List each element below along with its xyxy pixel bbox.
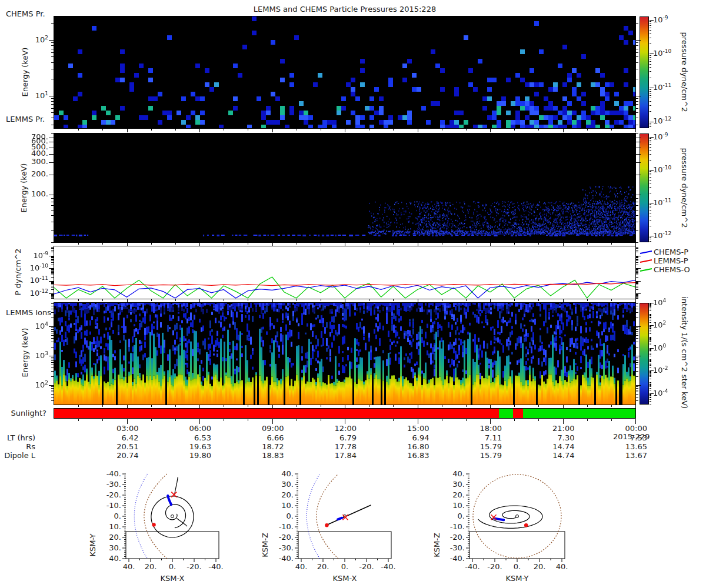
x-tick — [224, 419, 224, 421]
x-tick — [418, 243, 418, 246]
x-tick — [345, 299, 345, 303]
x-tick — [248, 129, 248, 131]
y-tick — [636, 329, 638, 330]
x-tick — [102, 419, 103, 421]
x-tick — [127, 243, 128, 246]
x-tick — [272, 299, 273, 303]
colorbar-tick — [650, 138, 651, 139]
colorbar-tick — [650, 126, 651, 127]
x-tick — [321, 299, 321, 301]
y-tick — [49, 293, 54, 294]
x-tick — [175, 243, 176, 245]
y-tick — [636, 259, 638, 260]
y-tick — [636, 45, 638, 46]
colorbar-tick — [650, 142, 651, 142]
time-tick-label: 09:00 — [249, 424, 284, 433]
y-tick — [636, 303, 638, 304]
y-tick — [636, 338, 638, 339]
x-tick — [321, 419, 321, 421]
colorbar-tick-label: 10-9 — [653, 15, 668, 24]
y-tick — [636, 40, 641, 41]
colorbar-tick — [650, 44, 651, 44]
orbit-curve-orbit-spiral — [166, 505, 186, 528]
legend-swatch-green — [640, 266, 654, 273]
y-tick — [636, 101, 638, 102]
y-tick — [51, 347, 54, 348]
orbit-x-tick-label: -20. — [187, 562, 201, 571]
y-tick — [636, 256, 641, 256]
orbit-x-tick-label: 20. — [145, 562, 157, 571]
x-tick — [635, 299, 636, 303]
pressure-colorbar-1 — [640, 16, 649, 128]
colorbar-tick — [650, 89, 651, 90]
x-tick — [369, 405, 369, 407]
y-tick — [636, 283, 638, 283]
start-position-dot-marker — [152, 523, 155, 526]
colorbar-tick — [650, 177, 651, 178]
ephemeris-value: 6.79 — [321, 433, 357, 442]
orbit-frame — [126, 532, 219, 559]
x-tick — [297, 299, 297, 301]
y-tick — [636, 202, 638, 202]
orbit-curve-orbit-exit — [176, 519, 187, 527]
y-tick-label: 101 — [18, 91, 48, 100]
colorbar-tick — [650, 388, 651, 389]
y-tick — [636, 133, 638, 134]
legend-item-chems-o: CHEMS-O — [640, 265, 690, 274]
sunlight-segment — [513, 409, 524, 418]
x-tick — [418, 419, 418, 424]
orbit-y-tick-label: 20. — [452, 490, 465, 499]
y-tick — [51, 112, 54, 113]
x-tick — [563, 405, 564, 409]
x-tick — [538, 405, 539, 407]
x-tick — [442, 243, 442, 245]
x-tick — [490, 405, 491, 409]
colorbar-tick — [650, 395, 651, 395]
colorbar-tick-label: 10-9 — [653, 132, 668, 141]
y-tick-label: 300. — [18, 157, 48, 166]
y-tick — [636, 269, 638, 269]
colorbar-tick — [650, 363, 651, 363]
x-tick — [635, 419, 636, 424]
colorbar-tick — [650, 317, 651, 318]
colorbar-tick — [650, 372, 651, 372]
colorbar-tick — [650, 306, 651, 307]
x-tick — [490, 129, 491, 132]
y-tick — [51, 285, 54, 285]
y-tick — [636, 52, 638, 53]
row-label-lt: LT (hrs) — [0, 433, 35, 442]
colorbar-tick-label: 104 — [653, 298, 666, 307]
orbit-y-tick-label: 30. — [452, 480, 465, 489]
colorbar-tick — [650, 405, 651, 405]
colorbar-tick-label: 10-12 — [653, 230, 671, 240]
orbit-curve-bow-shock — [134, 474, 147, 559]
x-tick — [78, 419, 79, 421]
y-tick — [51, 394, 54, 395]
y-tick — [636, 250, 638, 250]
colorbar-label-intensity: intensity 1/(s cm^2 ster keV) — [680, 297, 689, 409]
x-tick — [78, 299, 79, 301]
colorbar-tick — [650, 384, 651, 385]
y-tick — [49, 175, 54, 175]
y-tick — [636, 242, 638, 243]
y-tick — [636, 357, 638, 358]
y-tick — [51, 360, 54, 361]
y-tick — [636, 297, 638, 298]
x-tick — [418, 405, 418, 409]
x-tick — [175, 405, 176, 407]
colorbar-tick — [650, 350, 651, 351]
colorbar-tick — [650, 354, 651, 355]
y-tick — [636, 360, 638, 361]
y-tick — [636, 248, 638, 249]
y-tick — [636, 69, 638, 69]
ephemeris-value: 6.53 — [176, 433, 211, 442]
y-tick — [636, 273, 638, 274]
y-tick — [636, 162, 641, 163]
y-tick — [51, 331, 54, 332]
y-tick — [51, 362, 54, 363]
planet-saturn — [516, 515, 519, 518]
x-tick — [369, 299, 369, 301]
colorbar-tick — [650, 220, 651, 220]
colorbar-tick — [650, 147, 651, 148]
y-tick — [51, 289, 54, 290]
